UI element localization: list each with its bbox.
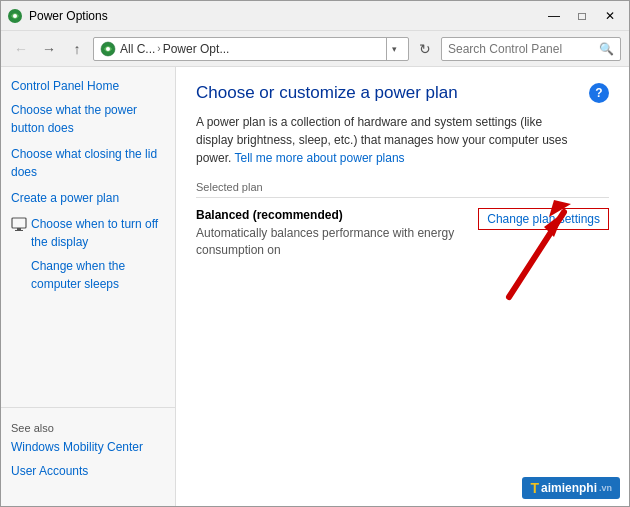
sidebar-item-user-accounts[interactable]: User Accounts bbox=[11, 462, 165, 480]
svg-point-1 bbox=[13, 14, 17, 18]
plan-info: Balanced (recommended) Automatically bal… bbox=[196, 208, 468, 259]
address-current: Power Opt... bbox=[163, 42, 230, 56]
svg-rect-4 bbox=[12, 218, 26, 228]
svg-rect-5 bbox=[17, 228, 21, 230]
forward-button[interactable]: → bbox=[37, 37, 61, 61]
sidebar-item-display-wrapper: Choose when to turn off the display bbox=[11, 215, 165, 251]
minimize-button[interactable]: — bbox=[541, 6, 567, 26]
sidebar-item-power-button-wrapper: Choose what the power button does bbox=[11, 101, 165, 137]
tell-more-link[interactable]: Tell me more about power plans bbox=[234, 151, 404, 165]
back-button[interactable]: ← bbox=[9, 37, 33, 61]
monitor-icon bbox=[11, 217, 27, 233]
address-globe-icon bbox=[100, 41, 116, 57]
window-icon bbox=[7, 8, 23, 24]
content-description: A power plan is a collection of hardware… bbox=[196, 113, 576, 167]
main-area: Control Panel Home Choose what the power… bbox=[1, 67, 629, 506]
page-title: Choose or customize a power plan bbox=[196, 83, 458, 103]
search-bar: 🔍 bbox=[441, 37, 621, 61]
svg-rect-6 bbox=[15, 230, 23, 231]
sidebar-spacer bbox=[1, 299, 175, 407]
title-bar: Power Options — □ ✕ bbox=[1, 1, 629, 31]
see-also-title: See also bbox=[11, 422, 165, 434]
sidebar-item-create-plan[interactable]: Create a power plan bbox=[11, 189, 165, 207]
sidebar-item-home[interactable]: Control Panel Home bbox=[11, 77, 165, 95]
sidebar-item-lid-wrapper: Choose what closing the lid does bbox=[11, 145, 165, 181]
window-title: Power Options bbox=[29, 9, 541, 23]
moon-icon bbox=[11, 259, 27, 275]
sidebar-item-lid[interactable]: Choose what closing the lid does bbox=[11, 145, 165, 181]
close-button[interactable]: ✕ bbox=[597, 6, 623, 26]
address-parts: All C... › Power Opt... bbox=[120, 42, 382, 56]
address-root: All C... bbox=[120, 42, 155, 56]
watermark-text: aimienphi bbox=[541, 481, 597, 495]
help-icon[interactable]: ? bbox=[589, 83, 609, 103]
search-icon[interactable]: 🔍 bbox=[599, 42, 614, 56]
window-controls: — □ ✕ bbox=[541, 6, 623, 26]
content-area: Choose or customize a power plan ? A pow… bbox=[176, 67, 629, 506]
nav-bar: ← → ↑ All C... › Power Opt... ▾ ↻ 🔍 bbox=[1, 31, 629, 67]
address-separator: › bbox=[157, 43, 160, 54]
sidebar-item-sleep[interactable]: Change when the computer sleeps bbox=[31, 257, 165, 293]
power-options-window: Power Options — □ ✕ ← → ↑ All C... › Pow… bbox=[0, 0, 630, 507]
sidebar-item-mobility-center[interactable]: Windows Mobility Center bbox=[11, 438, 165, 456]
address-bar: All C... › Power Opt... ▾ bbox=[93, 37, 409, 61]
search-input[interactable] bbox=[448, 42, 599, 56]
refresh-button[interactable]: ↻ bbox=[413, 37, 437, 61]
content-header: Choose or customize a power plan ? bbox=[196, 83, 609, 113]
sidebar-nav: Control Panel Home Choose what the power… bbox=[1, 77, 175, 299]
sidebar-item-display[interactable]: Choose when to turn off the display bbox=[31, 215, 165, 251]
sidebar-item-sleep-wrapper: Change when the computer sleeps bbox=[11, 257, 165, 293]
address-dropdown-button[interactable]: ▾ bbox=[386, 38, 402, 60]
change-plan-button[interactable]: Change plan settings bbox=[478, 208, 609, 230]
sidebar: Control Panel Home Choose what the power… bbox=[1, 67, 176, 506]
sidebar-item-power-button[interactable]: Choose what the power button does bbox=[11, 101, 165, 137]
up-button[interactable]: ↑ bbox=[65, 37, 89, 61]
watermark-suffix: .vn bbox=[599, 483, 612, 493]
sidebar-bottom: See also Windows Mobility Center User Ac… bbox=[1, 407, 175, 496]
plan-name: Balanced (recommended) bbox=[196, 208, 468, 222]
svg-point-3 bbox=[106, 47, 110, 51]
plan-row: Balanced (recommended) Automatically bal… bbox=[196, 208, 609, 259]
watermark-t: T bbox=[530, 480, 539, 496]
plan-description: Automatically balances performance with … bbox=[196, 225, 468, 259]
maximize-button[interactable]: □ bbox=[569, 6, 595, 26]
selected-plan-label: Selected plan bbox=[196, 181, 609, 198]
watermark: T aimienphi .vn bbox=[522, 477, 620, 499]
sidebar-item-create-plan-wrapper: Create a power plan bbox=[11, 189, 165, 207]
